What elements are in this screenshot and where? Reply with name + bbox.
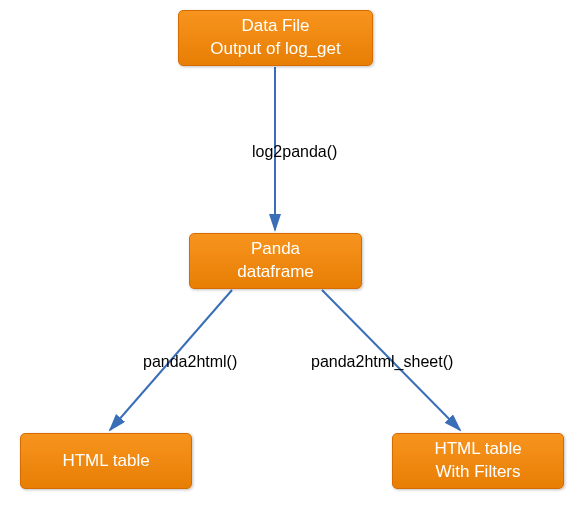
node-html-table-filters-line1: HTML table <box>434 438 521 461</box>
node-html-table: HTML table <box>20 433 192 489</box>
node-panda-dataframe-line2: dataframe <box>237 261 314 284</box>
node-data-file: Data File Output of log_get <box>178 10 373 66</box>
node-data-file-line1: Data File <box>241 15 309 38</box>
edge-label-log2panda: log2panda() <box>252 143 337 161</box>
node-html-table-filters-line2: With Filters <box>436 461 521 484</box>
node-html-table-filters: HTML table With Filters <box>392 433 564 489</box>
node-panda-dataframe-line1: Panda <box>251 238 300 261</box>
edge-label-panda2html: panda2html() <box>143 353 237 371</box>
node-html-table-line1: HTML table <box>62 450 149 473</box>
edge-label-panda2html-sheet: panda2html_sheet() <box>311 353 453 371</box>
node-data-file-line2: Output of log_get <box>210 38 340 61</box>
node-panda-dataframe: Panda dataframe <box>189 233 362 289</box>
